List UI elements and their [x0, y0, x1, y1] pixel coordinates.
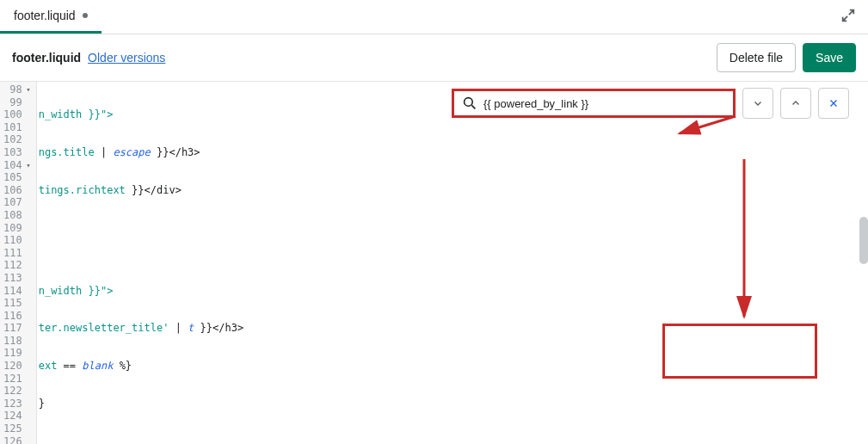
tab-bar: footer.liquid — [0, 0, 868, 34]
file-info: footer.liquid Older versions — [12, 51, 165, 65]
code-area[interactable]: n_width }}"> ngs.title | escape }}</h3> … — [37, 82, 868, 444]
code-text: tings.richtext — [39, 184, 126, 196]
line-number: 98▾ — [3, 83, 31, 96]
line-number: 116 — [3, 310, 31, 323]
line-number: 109 — [3, 222, 31, 235]
save-button[interactable]: Save — [803, 43, 856, 72]
line-number: 119 — [3, 347, 31, 360]
line-number: 124 — [3, 410, 31, 422]
line-number: 102 — [3, 133, 31, 146]
scroll-thumb[interactable] — [859, 217, 868, 264]
line-number: 113 — [3, 272, 31, 285]
chevron-up-icon — [790, 97, 802, 109]
line-number: 99 — [3, 96, 31, 109]
search-bar — [446, 83, 854, 124]
line-number: 117 — [3, 322, 31, 335]
line-number: 108 — [3, 209, 31, 222]
line-number: 112 — [3, 259, 31, 272]
line-number: 126 — [3, 435, 31, 444]
search-icon — [463, 96, 477, 110]
line-number: 125 — [3, 422, 31, 435]
line-number: 110 — [3, 234, 31, 247]
code-text: | — [169, 322, 188, 334]
line-number: 121 — [3, 373, 31, 385]
line-number: 114 — [3, 285, 31, 298]
line-number: 107 — [3, 196, 31, 209]
code-text: ter.newsletter_title' — [39, 322, 169, 334]
line-number: 105 — [3, 171, 31, 184]
code-text: ext — [39, 360, 58, 372]
delete-file-button[interactable]: Delete file — [717, 43, 796, 72]
svg-point-0 — [465, 98, 473, 107]
expand-icon — [840, 8, 856, 23]
search-prev-button[interactable] — [780, 88, 811, 119]
code-text: == — [57, 360, 82, 372]
tab-label: footer.liquid — [14, 9, 76, 22]
line-number: 122 — [3, 385, 31, 398]
line-gutter: 98▾99100101102103104▾1051061071081091101… — [0, 82, 37, 444]
code-text: }}</h3> — [151, 146, 200, 158]
search-input-box[interactable] — [452, 89, 736, 118]
line-number: 111 — [3, 247, 31, 260]
code-editor[interactable]: 98▾99100101102103104▾1051061071081091101… — [0, 82, 868, 444]
line-number: 104▾ — [3, 159, 31, 172]
file-name: footer.liquid — [12, 51, 81, 65]
line-number: 106 — [3, 184, 31, 197]
line-number: 118 — [3, 335, 31, 348]
line-number: 100 — [3, 108, 31, 121]
code-text: %} — [113, 360, 132, 372]
expand-button[interactable] — [835, 3, 861, 32]
chevron-down-icon — [752, 97, 764, 109]
tab-footer[interactable]: footer.liquid — [0, 0, 102, 34]
search-next-button[interactable] — [742, 88, 773, 119]
code-text: ngs.title — [39, 146, 95, 158]
close-icon — [828, 97, 840, 109]
line-number: 103 — [3, 146, 31, 159]
vertical-scrollbar[interactable] — [859, 79, 868, 444]
line-number: 101 — [3, 121, 31, 134]
code-text: | — [95, 146, 114, 158]
older-versions-link[interactable]: Older versions — [88, 51, 165, 65]
search-input[interactable] — [483, 97, 724, 110]
search-close-button[interactable] — [818, 88, 849, 119]
unsaved-dot-icon — [83, 13, 88, 18]
code-text: n_width }}"> — [39, 285, 114, 297]
code-text: }}</div> — [126, 184, 182, 196]
line-number: 120 — [3, 360, 31, 373]
line-number: 115 — [3, 297, 31, 310]
code-text: } — [39, 398, 45, 410]
toolbar: footer.liquid Older versions Delete file… — [0, 34, 868, 82]
code-text: n_width }}"> — [39, 108, 114, 120]
line-number: 123 — [3, 398, 31, 410]
code-text: blank — [82, 360, 113, 372]
code-text: }}</h3> — [194, 322, 243, 334]
action-buttons: Delete file Save — [717, 43, 856, 72]
code-text: escape — [113, 146, 150, 158]
